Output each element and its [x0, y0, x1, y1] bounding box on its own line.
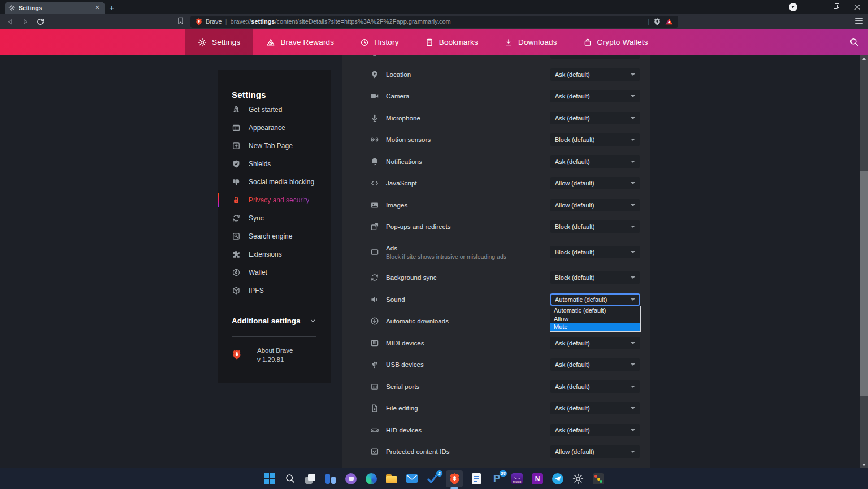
taskbar-mail-icon[interactable]: [405, 472, 419, 486]
permission-select-file-editing[interactable]: Ask (default): [550, 402, 640, 414]
permission-select-protected-content-ids[interactable]: Allow (default): [550, 445, 640, 458]
camera-icon: [370, 92, 379, 101]
minimize-button[interactable]: [804, 0, 825, 14]
taskbar-telegram-icon[interactable]: [551, 472, 565, 486]
taskbar-todo-icon[interactable]: 2: [426, 472, 439, 486]
permission-select-pop-ups-and-redirects[interactable]: Block (default): [550, 220, 640, 233]
scroll-up-icon[interactable]: [860, 55, 868, 62]
scroll-down-icon[interactable]: [860, 461, 868, 468]
sidebar-item-extensions[interactable]: Extensions: [218, 245, 331, 263]
urlbar-right-icons: |: [648, 18, 673, 25]
permission-row-notifications: NotificationsAsk (default): [342, 151, 650, 173]
taskbar-widgets-icon[interactable]: [324, 472, 337, 486]
url-bar[interactable]: Brave | brave://settings/content/siteDet…: [190, 16, 678, 28]
url-text: brave://settings/content/siteDetails?sit…: [231, 18, 645, 25]
additional-settings[interactable]: Additional settings: [232, 317, 316, 325]
permission-select-partial[interactable]: [550, 55, 640, 59]
taskbar-office-doc-icon[interactable]: [470, 472, 483, 486]
sound-option-mute[interactable]: Mute: [550, 323, 640, 331]
browser-window: Settings ✕ + Brave | brave://settings/co…: [0, 0, 868, 489]
sound-option-automatic-default[interactable]: Automatic (default): [550, 306, 640, 315]
update-badge-icon[interactable]: [782, 0, 804, 14]
taskbar-onenote-icon[interactable]: N: [531, 472, 544, 486]
select-value: Ask (default): [555, 405, 590, 412]
back-icon[interactable]: [5, 16, 16, 27]
taskbar-p-app-icon[interactable]: P53: [490, 472, 504, 486]
taskbar-amazon-music-icon[interactable]: music: [510, 472, 524, 486]
nav-item-settings[interactable]: Settings: [185, 29, 253, 55]
taskbar-utility-icon[interactable]: [592, 472, 605, 486]
sidebar-divider: [232, 336, 316, 337]
permission-select-background-sync[interactable]: Block (default): [550, 271, 640, 284]
permission-select-camera[interactable]: Ask (default): [550, 90, 640, 102]
sidebar-item-ipfs[interactable]: IPFS: [218, 282, 331, 300]
sidebar-item-privacy-and-security[interactable]: Privacy and security: [218, 191, 331, 209]
tab-settings[interactable]: Settings ✕: [5, 2, 105, 14]
bookmark-icon[interactable]: [176, 16, 185, 27]
sidebar-item-get-started[interactable]: Get started: [218, 101, 331, 119]
permission-select-location[interactable]: Ask (default): [550, 68, 640, 81]
forward-icon[interactable]: [19, 16, 31, 27]
search-icon[interactable]: [849, 37, 859, 49]
shields-count-icon[interactable]: [654, 18, 661, 25]
nav-item-downloads[interactable]: Downloads: [491, 29, 570, 55]
about-brave[interactable]: About Brave v 1.29.81: [232, 346, 331, 364]
permission-select-serial-ports[interactable]: Ask (default): [550, 380, 640, 393]
sidebar-item-shields[interactable]: Shields: [218, 155, 331, 173]
permission-row-pop-ups-and-redirects: Pop-ups and redirectsBlock (default): [342, 216, 650, 238]
nav-item-brave-rewards[interactable]: Brave Rewards: [253, 29, 347, 55]
sidebar-item-sync[interactable]: Sync: [218, 209, 331, 227]
tab-close-icon[interactable]: ✕: [93, 4, 101, 12]
permission-select-sound[interactable]: Automatic (default): [550, 293, 640, 306]
taskbar-task-view-icon[interactable]: [303, 472, 317, 486]
sound-option-allow[interactable]: Allow: [550, 315, 640, 323]
taskbar-settings-gear-icon[interactable]: [571, 472, 585, 486]
taskbar-search-icon[interactable]: [283, 472, 297, 486]
nav-item-crypto-wallets[interactable]: Crypto Wallets: [570, 29, 661, 55]
sidebar-item-new-tab-page[interactable]: New Tab Page: [218, 137, 331, 155]
maximize-button[interactable]: [825, 0, 847, 14]
sidebar-item-search-engine[interactable]: Search engine: [218, 227, 331, 245]
sidebar-item-social-media-blocking[interactable]: Social media blocking: [218, 173, 331, 191]
reload-icon[interactable]: [34, 16, 46, 27]
permission-row-serial-ports: Serial portsAsk (default): [342, 376, 650, 398]
select-value: Ask (default): [555, 93, 590, 99]
permission-select-javascript[interactable]: Allow (default): [550, 177, 640, 189]
hamburger-menu-icon[interactable]: [855, 18, 863, 24]
new-tab-button[interactable]: +: [105, 2, 119, 14]
permission-row-partial-bottom: [342, 463, 650, 469]
permission-label: Location: [386, 71, 411, 78]
permission-select-ads[interactable]: Block (default): [550, 246, 640, 258]
taskbar-edge-icon[interactable]: [364, 472, 378, 486]
hid-icon: [370, 426, 379, 435]
permission-select-notifications[interactable]: Ask (default): [550, 155, 640, 168]
taskbar-chat-icon[interactable]: [344, 472, 358, 486]
sound-dropdown-menu: Automatic (default)AllowMute: [550, 306, 641, 332]
nav-item-history[interactable]: History: [347, 29, 411, 55]
rocket-icon: [232, 105, 241, 114]
select-value: Allow (default): [555, 202, 594, 209]
permission-row-file-editing: File editingAsk (default): [342, 397, 650, 419]
nav-item-bookmarks[interactable]: Bookmarks: [412, 29, 491, 55]
caret-down-icon: [631, 407, 635, 409]
taskbar-file-explorer-icon[interactable]: [385, 472, 398, 486]
sidebar-item-wallet[interactable]: Wallet: [218, 263, 331, 282]
caret-down-icon: [631, 204, 635, 206]
bat-rewards-icon[interactable]: [665, 18, 673, 25]
permission-select-usb-devices[interactable]: Ask (default): [550, 358, 640, 371]
nav-item-label: Bookmarks: [439, 38, 478, 46]
permission-select-microphone[interactable]: Ask (default): [550, 112, 640, 124]
permission-select-hid-devices[interactable]: Ask (default): [550, 424, 640, 436]
taskbar-brave-icon[interactable]: [446, 470, 463, 487]
sidebar-item-appearance[interactable]: Appearance: [218, 119, 331, 137]
taskbar-start-icon[interactable]: [263, 472, 276, 486]
select-value: Automatic (default): [555, 296, 607, 303]
scrollbar-thumb[interactable]: [860, 171, 868, 396]
permission-select-motion-sensors[interactable]: Block (default): [550, 133, 640, 146]
close-button[interactable]: [847, 0, 868, 14]
brave-navbar: SettingsBrave RewardsHistoryBookmarksDow…: [0, 29, 868, 55]
select-value: Block (default): [555, 223, 594, 230]
permission-select-images[interactable]: Allow (default): [550, 199, 640, 211]
permission-select-midi-devices[interactable]: Ask (default): [550, 337, 640, 349]
caret-down-icon: [631, 139, 635, 141]
